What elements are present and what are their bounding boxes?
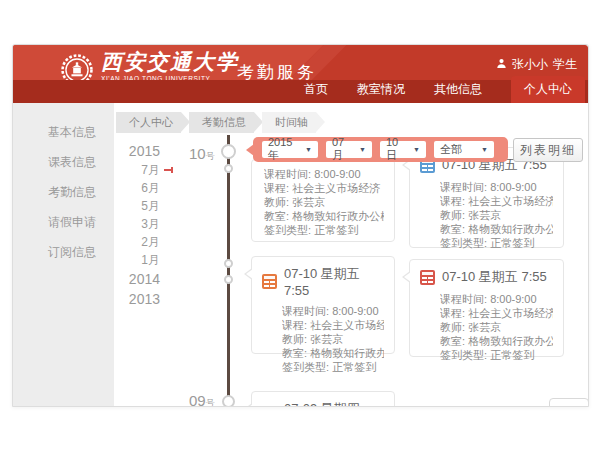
timeline-scale-item[interactable]: 2015 [114, 141, 160, 161]
field-label: 教师: [440, 321, 465, 333]
field-label: 课程时间: [440, 293, 487, 305]
timeline-scale-item[interactable]: 3月 [114, 215, 160, 233]
card-field: 签到类型: 正常签到 [440, 348, 553, 362]
card-date: 07-10 星期五 7:55 [442, 268, 547, 286]
field-value: 社会主义市场经济 [310, 319, 384, 331]
filter-bar: 2015年 07月 10日 全部 [253, 137, 508, 162]
nav-item[interactable]: 教室情况 [357, 81, 405, 103]
card-fields: 课程时间: 8:00-9:00课程: 社会主义市场经济教师: 张芸京教室: 格物… [252, 302, 394, 382]
field-label: 课程: [264, 182, 289, 194]
field-label: 课程时间: [440, 181, 487, 193]
field-label: 教师: [264, 196, 289, 208]
card-field: 签到类型: 正常签到 [264, 223, 384, 237]
field-value: 8:00-9:00 [332, 305, 378, 317]
timeline-scale-item[interactable]: 2014 [114, 269, 160, 289]
breadcrumb: 个人中心考勤信息时间轴 [116, 112, 324, 133]
card-field: 课程时间: 8:00-9:00 [440, 180, 553, 194]
field-label: 教师: [440, 209, 465, 221]
timeline-scale-item[interactable]: 6月 [114, 179, 160, 197]
field-value: 张芸京 [468, 321, 501, 333]
field-label: 签到类型: [282, 361, 329, 373]
user-role: 学生 [553, 56, 577, 73]
field-value: 格物致知行政办公楼 [310, 347, 384, 359]
timeline-scale-item[interactable]: 5月 [114, 197, 160, 215]
field-label: 课程: [440, 307, 465, 319]
sidebar-item[interactable]: 课表信息 [13, 147, 114, 177]
main-nav: 首页教室情况其他信息个人中心 [13, 80, 588, 103]
field-label: 教室: [440, 335, 465, 347]
attendance-card: 07-10 星期五 7:55 课程时间: 8:00-9:00课程: 社会主义市场… [409, 259, 564, 357]
card-field: 教室: 格物致知行政办公楼 [264, 209, 384, 223]
card-field: 签到类型: 正常签到 [440, 236, 553, 250]
field-value: 张芸京 [292, 196, 325, 208]
nav-item[interactable]: 其他信息 [434, 81, 482, 103]
field-label: 教室: [282, 347, 307, 359]
card-field: 教师: 张芸京 [264, 195, 384, 209]
month-dropdown[interactable]: 07月 [326, 141, 372, 158]
university-name-cn: 西安交通大学 [101, 52, 239, 73]
field-value: 8:00-9:00 [490, 181, 536, 193]
card-field: 教室: 格物致知行政办公楼 [440, 222, 553, 236]
card-field: 课程时间: 8:00-9:00 [440, 292, 553, 306]
sidebar-item[interactable]: 基本信息 [13, 117, 114, 147]
attendance-card: 07-10 星期五 7:55 课程时间: 8:00-9:00课程: 社会主义市场… [409, 147, 564, 248]
field-value: 格物致知行政办公楼 [468, 335, 553, 347]
calendar-icon [420, 270, 435, 285]
field-value: 社会主义市场经济 [468, 307, 553, 319]
timeline-node [222, 395, 235, 407]
timeline-node [221, 144, 236, 159]
list-detail-button[interactable]: 列表明细 [513, 138, 583, 162]
nav-item[interactable]: 首页 [304, 81, 328, 103]
card-date: 07-10 星期五 7:55 [284, 265, 384, 298]
sidebar-item[interactable]: 订阅信息 [13, 237, 114, 267]
field-label: 签到类型: [440, 349, 487, 361]
current-month-marker [164, 169, 173, 171]
attendance-card: 07-09 星期四 7:55 [251, 391, 395, 407]
card-field: 课程时间: 8:00-9:00 [282, 304, 384, 318]
card-fields: 课程时间: 8:00-9:00课程: 社会主义市场经济教师: 张芸京教室: 格物… [410, 178, 563, 258]
user-icon [496, 58, 507, 72]
field-value: 格物致知行政办公楼 [292, 210, 384, 222]
card-field: 签到类型: 正常签到 [282, 360, 384, 374]
card-field: 教师: 张芸京 [282, 332, 384, 346]
day-marker-09: 09号 [189, 392, 215, 407]
year-dropdown[interactable]: 2015年 [262, 141, 318, 158]
card-tail [244, 268, 252, 280]
sidebar: 基本信息 课表信息 考勤信息 请假申请 订阅信息 [13, 103, 114, 406]
timeline-scale-item[interactable]: 2月 [114, 233, 160, 251]
field-label: 教室: [440, 223, 465, 235]
breadcrumb-item[interactable]: 考勤信息 [189, 112, 254, 133]
field-label: 教室: [264, 210, 289, 222]
app-header: 西安交通大学 XI'AN JIAO TONG UNIVERSITY 考勤服务 张… [13, 45, 588, 103]
breadcrumb-item[interactable]: 时间轴 [262, 112, 316, 133]
field-label: 课程: [282, 319, 307, 331]
day-dropdown[interactable]: 10日 [380, 141, 426, 158]
field-label: 教师: [282, 333, 307, 345]
attendance-card: 07-10 星期五 7:55 课程时间: 8:00-9:00课程: 社会主义市场… [251, 256, 395, 354]
card-field: 教师: 张芸京 [440, 208, 553, 222]
card-tail [402, 271, 410, 283]
card-header: 07-09 星期四 7:55 [252, 392, 394, 407]
timeline-scale-item[interactable]: 7月 [114, 161, 160, 179]
card-field: 教室: 格物致知行政办公楼 [440, 334, 553, 348]
field-value: 社会主义市场经济 [292, 182, 380, 194]
field-value: 8:00-9:00 [314, 168, 360, 180]
field-label: 课程时间: [264, 168, 311, 180]
sidebar-item[interactable]: 考勤信息 [13, 177, 114, 207]
timeline-node [224, 275, 233, 284]
user-info[interactable]: 张小小 学生 [496, 56, 577, 73]
timeline-scale-item[interactable]: 1月 [114, 251, 160, 269]
sidebar-item[interactable]: 请假申请 [13, 207, 114, 237]
timeline-scale-item[interactable]: 2013 [114, 289, 160, 309]
user-name: 张小小 [512, 56, 548, 73]
timeline-scale: 2015 7月 6月 5月 3月 2月 [114, 141, 160, 309]
card-field: 课程: 社会主义市场经济 [264, 181, 384, 195]
timeline-node [224, 164, 233, 173]
field-value: 8:00-9:00 [490, 293, 536, 305]
field-value: 正常签到 [490, 349, 534, 361]
card-field: 课程时间: 8:00-9:00 [264, 167, 384, 181]
breadcrumb-item[interactable]: 个人中心 [116, 112, 181, 133]
type-dropdown[interactable]: 全部 [434, 141, 494, 158]
chevron-down-icon [413, 146, 420, 153]
nav-item[interactable]: 个人中心 [511, 76, 585, 103]
